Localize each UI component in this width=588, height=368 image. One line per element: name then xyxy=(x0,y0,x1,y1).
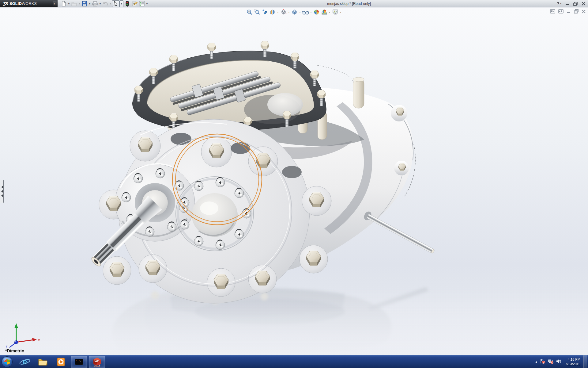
feature-panel-collapse-tab[interactable] xyxy=(0,180,4,203)
view-settings-dropdown[interactable]: ▼ xyxy=(339,11,342,13)
rebuild-traffic-light-icon xyxy=(126,1,129,7)
help-button[interactable]: ?▾ xyxy=(557,0,561,7)
view-orientation-dropdown[interactable]: ▼ xyxy=(288,11,290,13)
new-document-icon xyxy=(61,1,66,6)
apply-scene-icon xyxy=(321,9,327,15)
apply-scene-dropdown[interactable]: ▼ xyxy=(328,11,331,13)
taskbar-media-player[interactable] xyxy=(53,356,69,368)
undo-button xyxy=(102,0,109,7)
new-dropdown[interactable]: ▼ xyxy=(67,0,70,7)
title-bar: ƷS SOLIDWORKS ▸ ▼ ▼ ▼ ▼ ▼ ▼ ▼ men xyxy=(0,0,588,7)
options-dropdown[interactable]: ▼ xyxy=(145,0,149,7)
display-style-dropdown[interactable]: ▼ xyxy=(299,11,301,13)
display-style-icon xyxy=(292,9,297,15)
edit-appearance-button[interactable] xyxy=(313,9,320,16)
restore-button[interactable] xyxy=(573,0,578,7)
save-dropdown[interactable]: ▼ xyxy=(88,0,91,7)
rebuild-button[interactable] xyxy=(123,0,131,7)
taskbar-buttons: e C:\_ SW 2015 xyxy=(17,355,105,368)
print-dropdown[interactable]: ▼ xyxy=(99,0,102,7)
show-hidden-icons-button[interactable]: ▴ xyxy=(536,360,537,364)
action-center-icon[interactable] xyxy=(540,359,545,365)
options-button[interactable] xyxy=(138,0,145,7)
file-properties-icon xyxy=(132,1,138,6)
pane-right-button[interactable] xyxy=(558,9,564,13)
standard-toolbar: ▼ ▼ ▼ ▼ ▼ ▼ ▼ xyxy=(60,0,149,7)
triad-x-label: x xyxy=(38,338,40,342)
window-controls: ?▾ xyxy=(557,0,586,7)
previous-view-icon xyxy=(262,9,268,15)
zoom-to-fit-icon xyxy=(247,9,252,15)
printer-icon xyxy=(92,1,98,6)
apply-scene-button[interactable] xyxy=(321,9,328,16)
zoom-to-area-button[interactable] xyxy=(254,9,261,16)
system-tray: ▴ 4:16 PM 7/13/2015 xyxy=(536,355,588,368)
zoom-to-fit-button[interactable] xyxy=(246,9,253,16)
hide-show-items-dropdown[interactable]: ▼ xyxy=(310,11,312,13)
undo-dropdown: ▼ xyxy=(109,0,112,7)
volume-icon[interactable] xyxy=(556,359,561,365)
select-dropdown[interactable]: ▼ xyxy=(119,0,123,7)
save-button[interactable] xyxy=(81,0,88,7)
graphics-viewport[interactable]: ▼ ▼ ▼ ▼ ▼ ▼ x z xyxy=(0,8,588,355)
close-document-button[interactable] xyxy=(582,10,586,13)
view-orientation-icon xyxy=(281,9,287,15)
folder-icon xyxy=(38,358,48,366)
network-status-icon[interactable] xyxy=(548,359,553,365)
solidworks-2015-icon: SW 2015 xyxy=(92,357,102,367)
select-cursor-icon xyxy=(113,1,118,6)
output-shaft[interactable] xyxy=(363,210,436,256)
minimize-button[interactable] xyxy=(565,0,569,7)
taskbar-clock[interactable]: 4:16 PM 7/13/2015 xyxy=(565,357,580,366)
section-view-button[interactable] xyxy=(269,9,276,16)
section-view-dropdown[interactable]: ▼ xyxy=(277,11,279,13)
new-button[interactable] xyxy=(60,0,67,7)
close-button[interactable] xyxy=(582,0,586,7)
solidworks-logo-mark: ƷS xyxy=(3,1,8,6)
display-style-button[interactable] xyxy=(291,9,298,16)
hide-show-items-button[interactable] xyxy=(302,9,309,16)
taskbar-internet-explorer[interactable]: e xyxy=(17,356,33,368)
triad-z-label: z xyxy=(6,344,8,348)
undo-arrow-icon xyxy=(103,1,108,6)
view-settings-icon xyxy=(332,9,338,15)
orientation-triad: x z xyxy=(2,317,42,348)
taskbar-command-prompt[interactable]: C:\_ xyxy=(71,356,87,368)
taskbar-solidworks-2015[interactable]: SW 2015 xyxy=(89,356,105,368)
appearance-sphere-icon xyxy=(314,9,319,15)
model-reflection xyxy=(0,287,588,355)
command-prompt-icon: C:\_ xyxy=(75,359,83,365)
taskbar-windows-explorer[interactable] xyxy=(35,356,51,368)
eyeglasses-icon xyxy=(302,10,309,15)
open-dropdown: ▼ xyxy=(78,0,81,7)
solidworks-logo: ƷS SOLIDWORKS ▸ xyxy=(0,0,58,7)
document-window-controls xyxy=(550,9,586,13)
menu-expand-arrow[interactable]: ▸ xyxy=(53,1,57,6)
model-canvas[interactable] xyxy=(0,8,588,355)
clock-time: 4:16 PM xyxy=(565,357,580,362)
options-checklist-icon xyxy=(139,1,145,6)
window-title: menjac sklop * [Read-only] xyxy=(327,0,371,7)
open-button xyxy=(70,0,78,7)
view-orientation-button[interactable] xyxy=(280,9,287,16)
zoom-to-area-icon xyxy=(254,9,260,15)
file-properties-button[interactable] xyxy=(131,0,138,7)
select-button[interactable] xyxy=(112,0,119,7)
section-view-icon xyxy=(270,9,275,15)
show-desktop-button[interactable] xyxy=(583,355,587,368)
restore-document-button[interactable] xyxy=(574,9,579,13)
clock-date: 7/13/2015 xyxy=(565,362,580,366)
pane-left-button[interactable] xyxy=(550,9,555,13)
view-settings-button[interactable] xyxy=(332,9,339,16)
print-button[interactable] xyxy=(91,0,99,7)
windows-start-orb-icon xyxy=(1,356,13,368)
previous-view-button[interactable] xyxy=(261,9,268,16)
view-orientation-label: *Dimetric xyxy=(5,348,24,353)
open-folder-icon xyxy=(71,1,77,6)
ie-orbit-icon xyxy=(19,359,31,365)
heads-up-view-toolbar: ▼ ▼ ▼ ▼ ▼ ▼ xyxy=(246,9,342,16)
windows-taskbar: e C:\_ SW 2015 ▴ xyxy=(0,355,588,368)
minimize-document-button[interactable] xyxy=(567,9,571,13)
start-button[interactable] xyxy=(0,355,14,368)
save-floppy-icon xyxy=(82,1,87,6)
